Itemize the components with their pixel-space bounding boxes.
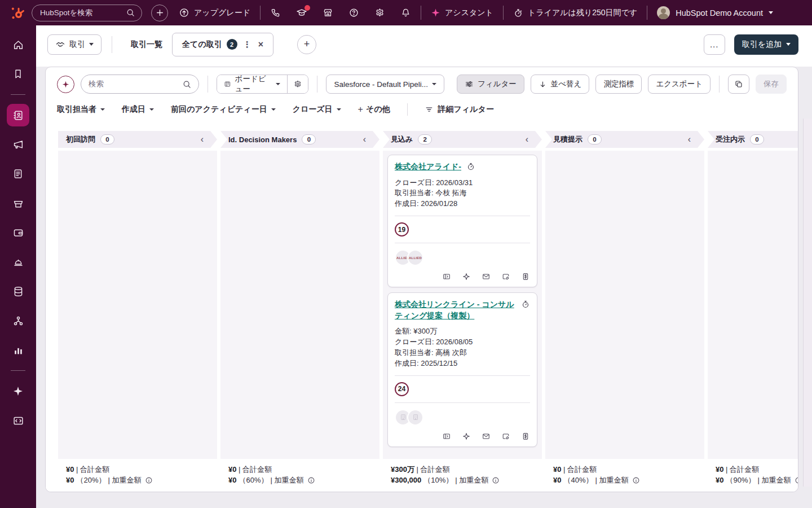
save-view-button[interactable]: 保存: [756, 75, 787, 94]
sidebar-item-developer[interactable]: [7, 409, 29, 432]
quote-amount-icon[interactable]: [521, 432, 530, 441]
deal-title-link[interactable]: 株式会社アライド-: [395, 161, 461, 173]
info-icon[interactable]: [307, 476, 315, 484]
sidebar-item-ai[interactable]: [7, 380, 29, 402]
column-collapse-icon[interactable]: ‹: [526, 135, 528, 144]
board-search-input[interactable]: 検索: [81, 75, 199, 94]
handshake-icon: [55, 40, 65, 50]
column-body[interactable]: [58, 151, 217, 459]
column-body[interactable]: [220, 151, 379, 459]
deal-score-badge[interactable]: 24: [395, 382, 409, 396]
note-edit-icon[interactable]: [501, 272, 510, 281]
filter-deal-owner[interactable]: 取引担当者: [57, 104, 105, 115]
total-value: ¥0: [716, 465, 723, 474]
sidebar-item-bookmarks[interactable]: [7, 63, 29, 85]
tab-close-icon[interactable]: ×: [258, 40, 263, 49]
add-view-button[interactable]: +: [297, 35, 316, 54]
email-icon[interactable]: [482, 272, 491, 281]
copilot-button[interactable]: [57, 76, 74, 93]
sort-button[interactable]: 並べ替え: [531, 75, 590, 94]
sidebar-item-data[interactable]: [7, 280, 29, 303]
assistant-button[interactable]: アシスタント: [431, 8, 493, 18]
assistant-sparkle-icon: [431, 8, 440, 17]
view-settings-button[interactable]: [287, 75, 308, 93]
tab-deal-list[interactable]: 取引一覧: [121, 33, 172, 56]
column-header[interactable]: 見積提示 0 ‹: [545, 131, 704, 148]
notifications-button[interactable]: [400, 7, 411, 18]
weighted-value: ¥0: [716, 475, 723, 486]
column-header[interactable]: Id. Decision Makers 0 ‹: [220, 131, 379, 148]
help-button[interactable]: [348, 7, 359, 18]
column-collapse-icon[interactable]: ‹: [688, 135, 691, 144]
ai-sparkle-icon[interactable]: [462, 272, 471, 281]
sidebar-item-content[interactable]: [7, 163, 29, 185]
filter-last-activity-date[interactable]: 前回のアクティビティー日: [171, 104, 276, 115]
column-collapse-icon[interactable]: ‹: [201, 135, 204, 144]
clone-view-button[interactable]: [728, 75, 749, 94]
sidebar-item-service[interactable]: [7, 251, 29, 273]
add-deal-button[interactable]: 取引を追加: [734, 34, 798, 55]
sidebar-item-automation[interactable]: [7, 309, 29, 332]
weighted-label: | 加重金額: [455, 475, 488, 486]
filter-close-date[interactable]: クローズ日: [293, 104, 341, 115]
column-body[interactable]: [708, 151, 798, 459]
preview-panel-icon[interactable]: [442, 272, 451, 281]
hubspot-logo-icon[interactable]: [7, 5, 26, 20]
preview-panel-icon[interactable]: [442, 432, 451, 441]
view-selector-button[interactable]: ボードビュー: [217, 75, 288, 93]
sidebar-item-home[interactable]: [7, 33, 29, 56]
deal-score-badge[interactable]: 19: [395, 222, 409, 237]
ai-sparkle-icon[interactable]: [462, 432, 471, 441]
sidebar-item-payments[interactable]: [7, 221, 29, 244]
company-avatar[interactable]: [407, 409, 423, 426]
filter-button[interactable]: フィルター: [457, 75, 524, 94]
sidebar-item-commerce[interactable]: [7, 192, 29, 214]
pipeline-selector[interactable]: Salesforce - Default Pipeli...: [326, 75, 444, 94]
email-icon[interactable]: [482, 432, 491, 441]
column-header[interactable]: 見込み 2 ‹: [383, 131, 542, 148]
object-switcher-button[interactable]: 取引: [47, 34, 102, 55]
kanban-board: 初回訪問 0 ‹ Id. Decision Makers 0 ‹ 見込み: [46, 124, 798, 459]
deal-owner: 取引担当者: 高橋 次郎: [395, 348, 530, 358]
column-header[interactable]: 初回訪問 0 ‹: [58, 131, 217, 148]
deal-create-date: 作成日: 2026/01/28: [395, 199, 530, 209]
tab-options-icon[interactable]: ⋮: [243, 40, 251, 50]
sidebar-item-marketing[interactable]: [7, 133, 29, 156]
sliders-icon: [465, 80, 474, 89]
create-button[interactable]: [151, 5, 168, 21]
settings-button[interactable]: [374, 7, 385, 18]
company-avatar[interactable]: ALLIED: [407, 249, 423, 266]
deal-card[interactable]: 株式会社リンクライン - コンサルティング提案（複製） 金額: ¥300万 クロ…: [387, 292, 537, 447]
info-icon[interactable]: [492, 476, 500, 484]
info-icon[interactable]: [795, 476, 798, 484]
deal-title-link[interactable]: 株式会社リンクライン - コンサルティング提案（複製）: [395, 299, 516, 321]
marketplace-button[interactable]: [323, 7, 333, 18]
toolbar-divider: [719, 76, 720, 93]
global-search-input[interactable]: HubSpotを検索: [32, 5, 142, 21]
quote-amount-icon[interactable]: [521, 272, 530, 281]
column-collapse-icon[interactable]: ‹: [363, 135, 366, 144]
upgrade-button[interactable]: アップグレード: [179, 7, 250, 18]
note-edit-icon[interactable]: [501, 432, 510, 441]
column-body[interactable]: [545, 151, 704, 459]
sidebar-item-crm[interactable]: [7, 104, 29, 126]
column-header[interactable]: 受注内示 0 ‹: [708, 131, 798, 148]
export-button[interactable]: エクスポート: [648, 75, 710, 94]
total-label: | 合計金額: [239, 465, 272, 474]
calling-button[interactable]: [270, 7, 281, 18]
academy-button[interactable]: [296, 7, 307, 19]
funnel-lines-icon: [425, 105, 434, 114]
info-icon[interactable]: [632, 476, 640, 484]
advanced-filters-button[interactable]: 詳細フィルター: [425, 104, 494, 115]
column-body[interactable]: 株式会社アライド- クローズ日: 2026/03/31 取引担当者: 今枝 拓海…: [383, 151, 542, 459]
more-actions-button[interactable]: ...: [704, 34, 725, 55]
metrics-button[interactable]: 測定指標: [595, 75, 642, 94]
tab-all-deals[interactable]: 全ての取引 2 ⋮ ×: [172, 33, 273, 56]
sidebar-item-reporting[interactable]: [7, 339, 29, 361]
account-menu[interactable]: HubSpot Demo Account: [657, 6, 773, 19]
trial-status[interactable]: トライアルは残り250日間です: [513, 8, 637, 18]
filter-more-button[interactable]: + その他: [358, 104, 390, 115]
info-icon[interactable]: [145, 476, 153, 484]
filter-create-date[interactable]: 作成日: [122, 104, 154, 115]
deal-card[interactable]: 株式会社アライド- クローズ日: 2026/03/31 取引担当者: 今枝 拓海…: [387, 155, 537, 287]
